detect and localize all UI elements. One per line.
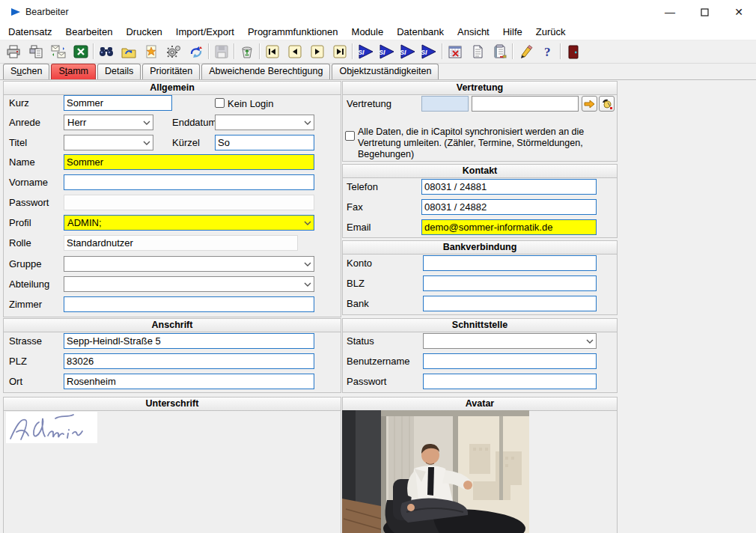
passwort-label: Passwort <box>9 195 49 210</box>
tab-objektzustaendigkeiten[interactable]: Objektzuständigkeiten <box>332 64 439 79</box>
si-module-4-icon[interactable]: SI <box>419 43 437 61</box>
search-binoculars-icon[interactable] <box>97 43 115 61</box>
nav-next-icon[interactable] <box>308 43 326 61</box>
enddatum-combo[interactable] <box>215 115 314 130</box>
excel-export-icon[interactable] <box>72 43 90 61</box>
si-module-1-icon[interactable]: SI <box>356 43 374 61</box>
name-input[interactable] <box>64 154 314 170</box>
menu-ansicht[interactable]: Ansicht <box>451 26 496 37</box>
menu-bar: Datensatz Bearbeiten Drucken Import/Expo… <box>0 24 756 40</box>
print-icon[interactable] <box>4 43 22 61</box>
vertretung-goto-button[interactable] <box>582 96 597 112</box>
blz-input[interactable] <box>423 275 597 291</box>
folder-refresh-icon[interactable] <box>120 43 138 61</box>
abteilung-label: Abteilung <box>9 276 49 292</box>
bank-label: Bank <box>347 296 369 311</box>
exit-door-icon[interactable] <box>564 43 582 61</box>
kuerzel-label: Kürzel <box>172 135 200 150</box>
vertretung-name-input[interactable] <box>472 96 579 112</box>
titel-label: Titel <box>9 135 27 150</box>
gruppe-combo[interactable] <box>64 256 314 272</box>
si-module-3-icon[interactable]: SI <box>398 43 416 61</box>
rolle-label: Rolle <box>9 235 31 251</box>
anrede-label: Anrede <box>9 115 40 130</box>
si-module-2-icon[interactable]: SI <box>377 43 395 61</box>
ort-label: Ort <box>9 374 22 389</box>
save-icon[interactable] <box>213 43 231 61</box>
abteilung-combo[interactable] <box>64 276 314 292</box>
vertretung-code-input[interactable] <box>421 96 469 112</box>
menu-hilfe[interactable]: Hilfe <box>496 26 529 37</box>
maximize-button[interactable] <box>687 0 722 24</box>
menu-module[interactable]: Module <box>345 26 391 37</box>
settings-gear-icon[interactable] <box>165 43 183 61</box>
edit-pencil-icon[interactable] <box>516 43 534 61</box>
menu-zurueck[interactable]: Zurück <box>529 26 573 37</box>
schnittstelle-passwort-input[interactable] <box>423 374 597 389</box>
svg-text:SI: SI <box>400 49 406 56</box>
new-record-icon[interactable] <box>142 43 160 61</box>
help-icon[interactable]: ? <box>539 43 557 61</box>
strasse-input[interactable] <box>64 333 314 349</box>
import-sync-icon[interactable] <box>187 43 205 61</box>
benutzername-input[interactable] <box>423 353 597 369</box>
close-button[interactable]: ✕ <box>722 0 756 24</box>
email-input[interactable] <box>421 219 597 235</box>
menu-datensatz[interactable]: Datensatz <box>1 26 59 37</box>
tab-details[interactable]: Details <box>97 64 141 79</box>
profil-combo[interactable]: ADMIN; <box>64 215 314 231</box>
tab-stamm[interactable]: Stamm <box>51 64 96 79</box>
menu-import-export[interactable]: Import/Export <box>169 26 241 37</box>
kurz-input[interactable] <box>64 95 172 111</box>
bank-input[interactable] <box>423 296 597 311</box>
tab-prioritaeten[interactable]: Prioritäten <box>142 64 200 79</box>
planner-icon[interactable] <box>491 43 509 61</box>
menu-drucken[interactable]: Drucken <box>119 26 168 37</box>
kuerzel-input[interactable] <box>215 135 314 150</box>
kein-login-label: Kein Login <box>228 98 273 109</box>
name-label: Name <box>9 154 35 170</box>
vertretung-redirect-checkbox[interactable] <box>345 131 355 141</box>
recycle-bin-icon[interactable] <box>238 43 256 61</box>
fax-input[interactable] <box>421 199 597 215</box>
rolle-input[interactable] <box>64 235 298 251</box>
minimize-button[interactable]: — <box>653 0 687 24</box>
svg-text:SI: SI <box>421 49 427 56</box>
tab-abweichende-berechtigung[interactable]: Abweichende Berechtigung <box>201 64 330 79</box>
print-form-icon[interactable] <box>27 43 45 61</box>
status-label: Status <box>347 333 374 349</box>
kein-login-checkbox[interactable] <box>215 98 225 108</box>
schnittstelle-passwort-label: Passwort <box>347 374 386 389</box>
signature-image <box>6 412 97 443</box>
menu-programmfunktionen[interactable]: Programmfunktionen <box>241 26 345 37</box>
svg-text:SI: SI <box>358 49 365 56</box>
telefon-input[interactable] <box>421 179 597 195</box>
mail-exchange-icon[interactable] <box>49 43 67 61</box>
menu-datenbank[interactable]: Datenbank <box>390 26 451 37</box>
passwort-input[interactable] <box>64 195 314 210</box>
title-bar: Bearbeiter — ✕ <box>0 0 756 24</box>
tab-suchen[interactable]: Suchen <box>3 64 49 79</box>
status-combo[interactable] <box>423 333 597 349</box>
konto-input[interactable] <box>423 255 597 271</box>
nav-last-icon[interactable] <box>331 43 349 61</box>
vorname-input[interactable] <box>64 174 314 190</box>
nav-first-icon[interactable] <box>263 43 281 61</box>
group-avatar-header: Avatar <box>343 398 617 411</box>
ort-input[interactable] <box>64 374 314 389</box>
menu-bearbeiten[interactable]: Bearbeiten <box>59 26 120 37</box>
zimmer-input[interactable] <box>64 296 314 312</box>
enddatum-label: Enddatum <box>172 115 216 130</box>
document-icon[interactable] <box>469 43 487 61</box>
nav-prev-icon[interactable] <box>286 43 304 61</box>
titel-combo[interactable] <box>64 135 153 150</box>
anrede-combo[interactable]: Herr <box>64 115 153 130</box>
bearbeiter-window: { "window": { "title": "Bearbeiter" }, "… <box>0 0 756 533</box>
vertretung-edit-note-button[interactable] <box>599 96 615 112</box>
zimmer-label: Zimmer <box>9 296 42 312</box>
group-anschrift-header: Anschrift <box>4 319 341 332</box>
group-allgemein-header: Allgemein <box>4 82 341 95</box>
group-kontakt-header: Kontakt <box>343 165 617 178</box>
plz-input[interactable] <box>64 353 314 369</box>
calendar-delete-icon[interactable] <box>446 43 464 61</box>
